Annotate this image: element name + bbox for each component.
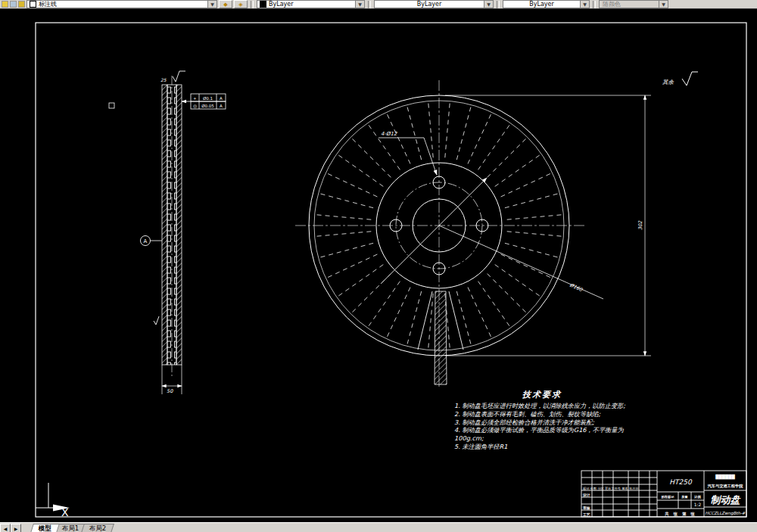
technical-requirements: 技术要求 1. 制动盘毛坯应进行时效处理，以消除残余应力，以防止变形; 2. 制… (454, 389, 630, 451)
section-top-dim-text: 25 (160, 77, 167, 82)
tech-req-title: 技术要求 (454, 389, 630, 400)
color-control-value: ByLayer (269, 1, 355, 8)
outer-diameter-dim-text: 302 (637, 220, 643, 230)
tab-scroll-right-button[interactable]: ▶ (11, 524, 21, 532)
toolbar-separator (593, 1, 596, 8)
title-block[interactable]: HT250 标记 处数 分区 更改文件号 签名 年月日 设计 审核 工艺 阶段标… (581, 471, 746, 517)
fcf-symbol-1: ⌖ (194, 95, 197, 101)
layer-onoff-icon (30, 1, 36, 8)
small-square-marker[interactable] (109, 103, 114, 108)
make-layer-current-button[interactable]: ◆ (219, 0, 232, 8)
layer-properties-icon[interactable] (2, 1, 8, 8)
datum-symbol[interactable]: A (141, 236, 163, 246)
tab-scroll-left-button[interactable]: ◀ (0, 524, 11, 532)
tech-req-item: 4. 制动盘必须做平衡试验，平衡品质等级为G16，不平衡量为100g.cm; (454, 426, 630, 443)
lineweight-control-value: ByLayer (503, 1, 580, 8)
layer-control-value: 标注线 (39, 0, 207, 8)
brake-disc-front-view[interactable]: Ø160 4-Ø12 (295, 80, 603, 389)
section-top-dimension[interactable]: 25 (160, 71, 185, 82)
fcf-tolerance-1: Ø0.1 (203, 96, 213, 101)
fcf-datum-1: A (220, 96, 223, 101)
layer-control-combo[interactable]: 标注线 ▼ (26, 0, 217, 8)
check-label: 审核 (583, 506, 590, 510)
tech-req-item: 1. 制动盘毛坯应进行时效处理，以消除残余应力，以防止变形; (454, 402, 630, 410)
bolt-hole-label: 4-Ø12 (381, 131, 397, 137)
model-space-canvas[interactable]: 50 25 A ⌖ Ø0.1 A ◎ Ø0.05 A (0, 9, 757, 522)
roughness-icon (682, 72, 692, 86)
tab-model[interactable]: 模型 (30, 524, 60, 532)
linetype-control-value: ByLayer (375, 1, 484, 8)
lineweight-control-combo[interactable]: ByLayer ▼ (503, 0, 590, 8)
toolbar-separator (497, 1, 500, 8)
fcf-datum-2: A (220, 104, 223, 108)
sheet-border-frame[interactable] (36, 23, 746, 517)
chevron-down-icon[interactable]: ▼ (484, 1, 493, 8)
sheet-note: 共 张 第 张 (664, 512, 696, 517)
chevron-down-icon[interactable]: ▼ (207, 1, 217, 8)
autocad-window: { "toolbar": { "layer_value": "标注线", "co… (0, 0, 757, 532)
tab-layout2[interactable]: 布局2 (81, 524, 114, 532)
design-label: 设计 (582, 493, 590, 497)
fcf-symbol-2: ◎ (193, 103, 197, 108)
layer-state-icon[interactable] (18, 1, 25, 8)
radial-dim-text: Ø160 (569, 282, 584, 294)
org-name-line1: ██████ (715, 474, 735, 480)
org-name-line2: 汽车与交通工程学院 (707, 484, 744, 489)
section-width-dim-text: 50 (167, 388, 173, 394)
radial-dimension[interactable]: Ø160 (439, 226, 603, 299)
roughness-icon (173, 71, 179, 82)
drawing-number-text: HCCZLLZwngBth-# (706, 511, 746, 516)
process-label: 工艺 (582, 512, 590, 517)
roughness-icon (154, 316, 159, 325)
datum-letter: A (144, 238, 148, 244)
ucs-icon: X (36, 483, 70, 518)
scale-value: 1:2 (694, 502, 702, 507)
chevron-down-icon[interactable]: ▼ (580, 1, 589, 8)
bolt-hole-callout[interactable]: 4-Ø12 (378, 131, 437, 175)
part-name-text: 制动盘 (711, 494, 742, 506)
chevron-down-icon[interactable]: ▼ (355, 1, 364, 8)
layer-previous-button[interactable]: ◈ (234, 0, 248, 8)
toolbar-separator (251, 1, 254, 8)
tech-req-item: 3. 制动盘必须全部经检验合格并清洗干净才能装配; (454, 418, 630, 427)
bottom-vent-section[interactable] (418, 291, 463, 384)
brake-disc-section-view[interactable]: 50 25 A ⌖ Ø0.1 A ◎ Ø0.05 A (141, 71, 226, 394)
drawing-svg: 50 25 A ⌖ Ø0.1 A ◎ Ø0.05 A (0, 9, 757, 522)
tech-req-item: 2. 制动盘表面不得有毛刺、磕伤、划伤、裂纹等缺陷; (454, 410, 630, 418)
fcf-tolerance-2: Ø0.05 (201, 104, 214, 108)
scale-header: 比例 (694, 495, 701, 499)
ucs-x-label: X (61, 506, 69, 518)
color-control-combo[interactable]: ByLayer ▼ (257, 0, 365, 8)
revision-grid (581, 471, 657, 517)
material-text: HT250 (669, 478, 693, 486)
linetype-control-combo[interactable]: ByLayer ▼ (374, 0, 494, 8)
stage-header: 阶段标记 (662, 495, 675, 499)
chevron-down-icon: ▼ (659, 1, 668, 8)
tech-req-item: 5. 未注圆角半径R1 (454, 443, 630, 451)
rest-note-text: 其余 (662, 79, 674, 86)
plotstyle-control-value: 随颜色 (600, 0, 659, 8)
layout-tab-bar: ◀ ▶ 模型 布局1 布局2 (0, 522, 757, 532)
mass-header: 质量 (681, 495, 687, 499)
object-properties-toolbar: 标注线 ▼ ◆ ◈ ByLayer ▼ ByLayer ▼ ByLayer ▼ … (0, 0, 757, 9)
rest-roughness-note[interactable]: 其余 (662, 72, 698, 86)
layers-dialog-icon[interactable] (10, 1, 17, 8)
diagonal-leader[interactable] (381, 178, 487, 284)
plotstyle-control-combo[interactable]: 随颜色 ▼ (599, 0, 668, 8)
feature-control-frame[interactable]: ⌖ Ø0.1 A ◎ Ø0.05 A (182, 94, 226, 109)
color-swatch-icon (260, 1, 266, 8)
toolbar-separator (368, 1, 371, 8)
